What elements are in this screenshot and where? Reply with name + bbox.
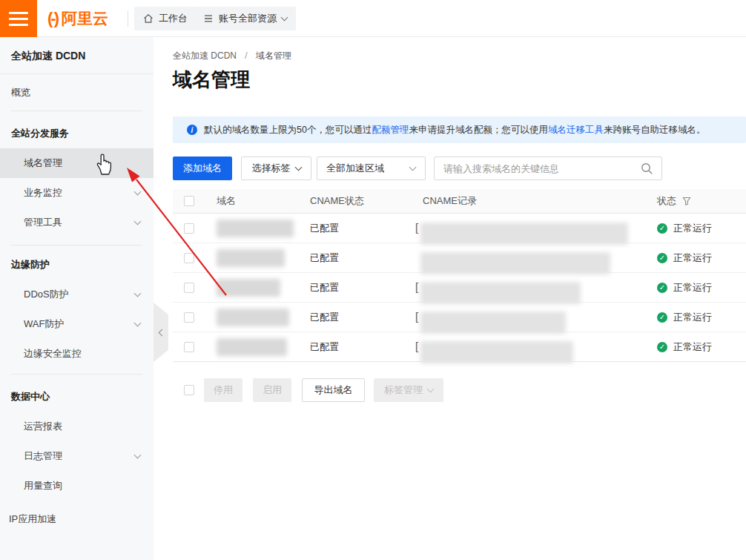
- breadcrumb: 全站加速 DCDN / 域名管理: [173, 50, 291, 62]
- cname-record: [: [415, 303, 566, 332]
- sidebar-item-label: 概览: [11, 87, 30, 98]
- sidebar-item-label: 域名管理: [24, 157, 62, 168]
- sidebar-item-management-tools[interactable]: 管理工具: [0, 208, 154, 237]
- alibaba-cloud-logo[interactable]: (-) 阿里云: [47, 0, 108, 37]
- copy-icon-partial: [: [415, 221, 418, 234]
- sidebar-item-edge-security-monitoring[interactable]: 边缘安全监控: [0, 339, 154, 369]
- sidebar-item-domain-management[interactable]: 域名管理: [0, 148, 154, 178]
- row-checkbox[interactable]: [184, 312, 194, 323]
- sidebar-product-title: 全站加速 DCDN: [0, 37, 154, 73]
- filter-funnel-icon[interactable]: [682, 197, 691, 205]
- copy-icon-partial: [: [415, 280, 418, 293]
- sidebar-item-label: 管理工具: [24, 217, 62, 228]
- sidebar-item-usage-query[interactable]: 用量查询: [0, 471, 154, 501]
- success-check-icon: ✓: [657, 342, 667, 352]
- sidebar-item-overview[interactable]: 概览: [0, 74, 154, 111]
- row-checkbox[interactable]: [184, 223, 194, 234]
- acceleration-region-select[interactable]: 全部加速区域: [317, 157, 426, 180]
- hamburger-menu-icon[interactable]: [0, 0, 37, 37]
- success-check-icon: ✓: [657, 253, 667, 263]
- select-tag-button[interactable]: 选择标签: [241, 157, 311, 180]
- domain-search-box: [434, 157, 662, 180]
- success-check-icon: ✓: [657, 223, 667, 234]
- disable-button[interactable]: 停用: [204, 378, 242, 402]
- status-label: 正常运行: [673, 222, 712, 235]
- sidebar-nav: 全站加速 DCDN 概览 全站分发服务 域名管理 业务监控 管理工具 边缘防护 …: [0, 37, 154, 560]
- redacted-cname: [420, 252, 610, 274]
- chevron-down-icon: [427, 385, 435, 392]
- cname-record: [: [415, 332, 573, 361]
- redacted-domain: [217, 338, 287, 356]
- status-label: 正常运行: [673, 281, 712, 294]
- breadcrumb-current: 域名管理: [256, 50, 291, 61]
- export-domains-button[interactable]: 导出域名: [302, 378, 365, 402]
- account-resources-button[interactable]: 账号全部资源: [194, 7, 296, 30]
- copy-icon-partial: [: [415, 310, 418, 323]
- table-row: 已配置 [ ✓ 正常运行: [173, 303, 746, 332]
- redacted-cname: [420, 282, 581, 304]
- enable-button[interactable]: 启用: [253, 378, 291, 402]
- row-status: ✓ 正常运行: [657, 303, 712, 332]
- account-resources-label: 账号全部资源: [219, 12, 277, 25]
- tag-management-button[interactable]: 标签管理: [374, 378, 443, 402]
- sidebar-section-distribution-service: 全站分发服务: [0, 119, 154, 148]
- sidebar-item-business-monitoring[interactable]: 业务监控: [0, 178, 154, 208]
- sidebar-item-operation-reports[interactable]: 运营报表: [0, 412, 154, 441]
- success-check-icon: ✓: [657, 312, 667, 323]
- table-row: 已配置 [ ✓ 正常运行: [173, 214, 746, 243]
- cname-record: [: [415, 273, 581, 302]
- chevron-down-icon: [134, 290, 142, 297]
- top-header: (-) 阿里云 工作台 账号全部资源: [0, 0, 746, 37]
- domain-table: 域名 CNAME状态 CNAME记录 状态 已配置 [ ✓ 正常运行: [173, 189, 746, 362]
- row-status: ✓ 正常运行: [657, 273, 712, 302]
- chevron-down-icon: [134, 188, 142, 196]
- column-header-domain: 域名: [217, 189, 236, 213]
- workbench-label: 工作台: [159, 12, 188, 25]
- redacted-cname: [420, 341, 573, 363]
- status-label: 正常运行: [673, 311, 712, 324]
- chevron-down-icon: [134, 218, 142, 225]
- add-domain-button[interactable]: 添加域名: [173, 157, 232, 180]
- breadcrumb-parent[interactable]: 全站加速 DCDN: [173, 50, 237, 61]
- sidebar-section-edge-protection: 边缘防护: [0, 250, 154, 280]
- quota-management-link[interactable]: 配额管理: [372, 125, 409, 135]
- chevron-left-icon: [159, 329, 166, 336]
- banner-text: 默认的域名数量上限为50个，您可以通过配额管理来申请提升域名配额；您可以使用域名…: [204, 124, 705, 136]
- cname-record: [: [415, 243, 610, 272]
- sidebar-item-waf-protection[interactable]: WAF防护: [0, 309, 154, 339]
- domain-search-input[interactable]: [435, 157, 661, 179]
- sidebar-item-label: IP应用加速: [9, 513, 56, 524]
- quota-info-banner: i 默认的域名数量上限为50个，您可以通过配额管理来申请提升域名配额；您可以使用…: [173, 116, 746, 143]
- row-checkbox[interactable]: [184, 253, 194, 263]
- copy-icon-partial: [: [415, 340, 418, 352]
- sidebar-divider: [11, 374, 142, 375]
- redacted-domain: [217, 309, 289, 326]
- chevron-down-icon: [281, 13, 288, 21]
- workbench-button[interactable]: 工作台: [134, 7, 197, 30]
- chevron-down-icon: [409, 163, 417, 171]
- redacted-domain: [217, 220, 294, 237]
- chevron-down-icon: [134, 452, 142, 459]
- redacted-cname: [420, 223, 628, 245]
- row-status: ✓ 正常运行: [657, 332, 712, 361]
- sidebar-item-label: 边缘安全监控: [24, 348, 82, 359]
- page-title: 域名管理: [173, 67, 250, 93]
- row-checkbox[interactable]: [184, 342, 194, 352]
- sidebar-item-log-management[interactable]: 日志管理: [0, 441, 154, 471]
- sidebar-item-ip-application-acceleration[interactable]: IP应用加速: [0, 501, 154, 537]
- sidebar-item-ddos-protection[interactable]: DDoS防护: [0, 280, 154, 309]
- domain-migration-tool-link[interactable]: 域名迁移工具: [548, 125, 604, 135]
- row-checkbox[interactable]: [184, 283, 194, 293]
- breadcrumb-separator: /: [245, 50, 247, 61]
- table-row: 已配置 [ ✓ 正常运行: [173, 243, 746, 273]
- search-icon[interactable]: [641, 162, 653, 175]
- sidebar-item-label: 日志管理: [24, 450, 62, 461]
- batch-select-checkbox[interactable]: [184, 385, 194, 395]
- redacted-cname: [420, 312, 566, 334]
- cname-record: [: [415, 214, 628, 243]
- sidebar-item-label: 业务监控: [24, 187, 62, 198]
- sidebar-divider: [11, 245, 142, 246]
- redacted-domain: [217, 279, 280, 297]
- select-all-checkbox[interactable]: [184, 196, 194, 206]
- sidebar-item-label: WAF防护: [24, 318, 64, 329]
